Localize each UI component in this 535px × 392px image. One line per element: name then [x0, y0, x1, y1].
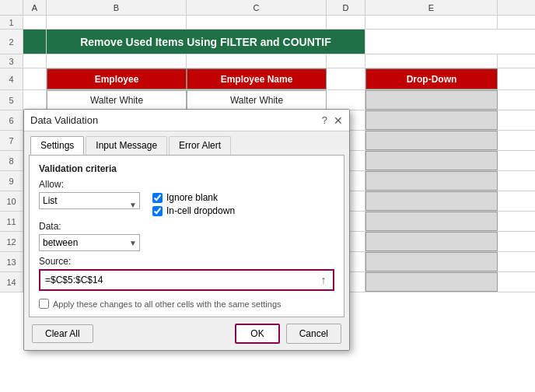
source-input-wrap: ↑: [39, 269, 334, 291]
source-label: Source:: [39, 256, 334, 267]
in-cell-dropdown-row: In-cell dropdown: [152, 205, 235, 216]
sheet-row: 1: [0, 16, 535, 30]
validation-criteria-label: Validation criteria: [39, 163, 334, 174]
tab-input-message[interactable]: Input Message: [86, 136, 167, 155]
row-num-2: 2: [0, 30, 23, 54]
cell-d5[interactable]: [327, 90, 365, 110]
cell-a4[interactable]: [23, 68, 47, 89]
row-num-6: 6: [0, 110, 23, 130]
row-num-12: 12: [0, 232, 23, 251]
cell-a3[interactable]: [23, 54, 47, 68]
cell-d1[interactable]: [327, 16, 365, 29]
tab-settings[interactable]: Settings: [30, 136, 84, 155]
collapse-icon: ↑: [321, 274, 327, 286]
ignore-blank-label: Ignore blank: [166, 192, 218, 203]
cell-c5[interactable]: Walter White: [187, 90, 327, 110]
col-header-b: B: [47, 0, 187, 15]
cell-d4[interactable]: [327, 68, 365, 89]
source-row: Source: ↑: [39, 256, 334, 291]
row-num-5: 5: [0, 90, 23, 110]
cell-e6[interactable]: [365, 110, 498, 130]
apply-label: Apply these changes to all other cells w…: [53, 299, 281, 309]
in-cell-dropdown-label: In-cell dropdown: [166, 205, 235, 216]
row-num-13: 13: [0, 252, 23, 271]
apply-row: Apply these changes to all other cells w…: [39, 299, 334, 309]
corner-cell: [0, 0, 23, 15]
dialog-titlebar: Data Validation ? ✕: [24, 110, 349, 131]
cell-b2[interactable]: Remove Used Items Using FILTER and COUNT…: [47, 30, 365, 54]
cell-c4-employee-name[interactable]: Employee Name: [187, 68, 327, 89]
cell-e1[interactable]: [365, 16, 498, 29]
cell-e3[interactable]: [365, 54, 498, 68]
row-num-4: 4: [0, 68, 23, 89]
cell-c1[interactable]: [187, 16, 327, 29]
allow-select[interactable]: List: [39, 192, 140, 209]
col-header-a: A: [23, 0, 47, 15]
dialog-close-button[interactable]: ✕: [334, 115, 343, 126]
row-num-3: 3: [0, 54, 23, 68]
row-num-11: 11: [0, 212, 23, 231]
row-num-7: 7: [0, 131, 23, 150]
cell-b5[interactable]: Walter White: [47, 90, 187, 110]
cell-b3[interactable]: [47, 54, 187, 68]
in-cell-dropdown-checkbox[interactable]: [152, 206, 163, 216]
dialog-tabs: Settings Input Message Error Alert: [24, 131, 349, 155]
footer-right: OK Cancel: [235, 324, 341, 344]
data-select[interactable]: between: [39, 234, 140, 251]
ignore-blank-row: Ignore blank: [152, 192, 235, 203]
cell-e5[interactable]: [365, 90, 498, 110]
apply-checkbox[interactable]: [39, 299, 49, 309]
spreadsheet: A B C D E 1 2 Remove Used Items Using FI…: [0, 0, 535, 392]
sheet-row-title: 2 Remove Used Items Using FILTER and COU…: [0, 30, 535, 54]
cell-b1[interactable]: [47, 16, 187, 29]
row-num-9: 9: [0, 171, 23, 191]
col-header-d: D: [327, 0, 365, 15]
ignore-blank-checkbox[interactable]: [152, 193, 163, 203]
source-collapse-button[interactable]: ↑: [314, 271, 333, 289]
cell-e4-dropdown[interactable]: Drop-Down: [365, 68, 498, 89]
allow-row: Allow: List ▼ Ignore blank: [39, 179, 334, 216]
sheet-row-header: 4 Employee Employee Name Drop-Down: [0, 68, 535, 90]
col-header-c: C: [187, 0, 327, 15]
dialog-help-button[interactable]: ?: [322, 114, 327, 126]
cell-b4-employee[interactable]: Employee: [47, 68, 187, 89]
tab-error-alert[interactable]: Error Alert: [169, 136, 231, 155]
data-row: Data: between ▼: [39, 221, 334, 251]
col-header-row: A B C D E: [0, 0, 535, 16]
data-select-wrapper: between ▼: [39, 234, 140, 251]
cancel-button[interactable]: Cancel: [286, 324, 341, 344]
cell-c3[interactable]: [187, 54, 327, 68]
row-num: 1: [0, 16, 23, 29]
data-validation-dialog: Data Validation ? ✕ Settings Input Messa…: [23, 109, 350, 351]
row-num-14: 14: [0, 272, 23, 292]
data-label: Data:: [39, 221, 140, 232]
dialog-title: Data Validation: [30, 114, 98, 126]
checkbox-group: Ignore blank In-cell dropdown: [152, 192, 235, 216]
sheet-row-3: 3: [0, 54, 535, 68]
row-num-10: 10: [0, 191, 23, 211]
row-num-8: 8: [0, 151, 23, 170]
source-input[interactable]: [40, 271, 314, 289]
allow-label: Allow:: [39, 179, 334, 190]
cell-e7[interactable]: [365, 131, 498, 150]
clear-all-button[interactable]: Clear All: [32, 324, 93, 343]
dialog-controls: ? ✕: [322, 114, 343, 126]
dialog-footer: Clear All OK Cancel: [24, 317, 349, 350]
cell-a2[interactable]: [23, 30, 47, 54]
col-header-e: E: [365, 0, 498, 15]
cell-d3[interactable]: [327, 54, 365, 68]
cell-a1[interactable]: [23, 16, 47, 29]
cell-a5[interactable]: [23, 90, 47, 110]
ok-button[interactable]: OK: [235, 324, 279, 344]
footer-left: Clear All: [32, 324, 93, 343]
sheet-row-5: 5 Walter White Walter White: [0, 90, 535, 110]
dialog-body: Validation criteria Allow: List ▼: [29, 155, 344, 317]
allow-select-wrapper: List ▼: [39, 192, 140, 216]
